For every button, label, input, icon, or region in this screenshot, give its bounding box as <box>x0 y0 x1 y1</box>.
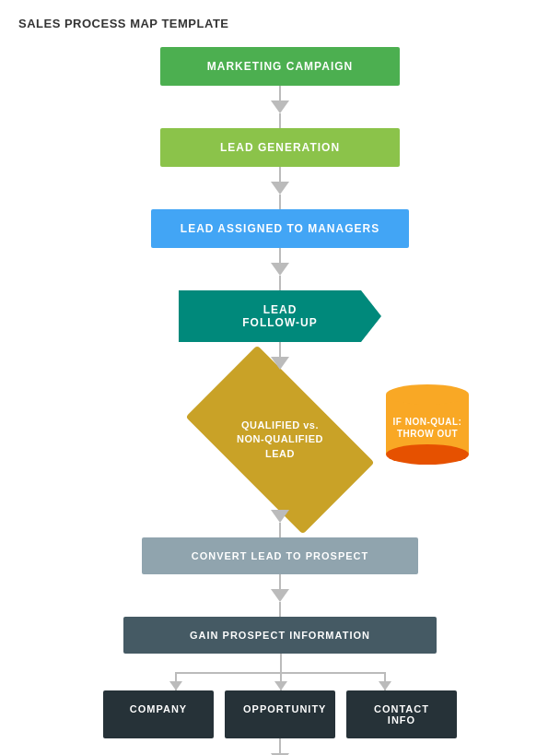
arrow-head-3 <box>271 263 289 276</box>
cylinder-label: IF NON-QUAL:THROW OUT <box>391 415 464 439</box>
split-container: COMPANY OPPORTUNITY CONTACTINFO <box>87 654 473 738</box>
contact-info-label: CONTACTINFO <box>374 703 429 726</box>
lead-generation-label: LEAD GENERATION <box>220 141 340 154</box>
lead-followup-box: LEADFOLLOW-UP <box>179 290 381 342</box>
qualified-section: QUALIFIED vs.NON-QUALIFIEDLEAD IF NON-QU… <box>50 384 510 495</box>
cylinder-wrap: IF NON-QUAL:THROW OUT <box>386 384 469 465</box>
flowchart: MARKETING CAMPAIGN LEAD GENERATION LEAD … <box>9 47 551 755</box>
arrow-line-10 <box>279 523 281 537</box>
company-box: COMPANY <box>103 690 214 738</box>
lead-assigned-box: LEAD ASSIGNED TO MANAGERS <box>151 209 409 248</box>
connector-6 <box>271 574 289 617</box>
arrow-line-13 <box>279 738 281 753</box>
qualified-label: QUALIFIED vs.NON-QUALIFIEDLEAD <box>237 419 323 461</box>
gain-prospect-label: GAIN PROSPECT INFORMATION <box>190 630 370 641</box>
lead-followup-label: LEADFOLLOW-UP <box>242 303 317 329</box>
cylinder: IF NON-QUAL:THROW OUT <box>386 384 469 465</box>
arrow-line-2 <box>279 113 281 128</box>
arrow-line-4 <box>279 195 281 209</box>
marketing-campaign-label: MARKETING CAMPAIGN <box>207 60 353 73</box>
arrow-line-7 <box>279 342 281 357</box>
split-arrowhead-left <box>169 681 182 690</box>
connector-3 <box>271 248 289 290</box>
marketing-campaign-box: MARKETING CAMPAIGN <box>160 47 400 86</box>
split-arrowhead-right <box>379 681 391 690</box>
page-title: SALES PROCESS MAP TEMPLATE <box>18 17 551 30</box>
connector-1 <box>271 86 289 128</box>
opportunity-label: OPPORTUNITY <box>243 703 326 714</box>
split-line-v <box>280 654 282 672</box>
convert-lead-label: CONVERT LEAD TO PROSPECT <box>192 550 368 561</box>
qualified-diamond: QUALIFIED vs.NON-QUALIFIEDLEAD <box>188 384 372 495</box>
split-arrows <box>123 654 437 690</box>
arrow-line-12 <box>279 602 281 617</box>
arrow-head-4 <box>271 357 289 370</box>
contact-info-box: CONTACTINFO <box>346 690 457 738</box>
arrow-head-5 <box>271 510 289 523</box>
connector-2 <box>271 167 289 209</box>
arrow-line-5 <box>279 248 281 263</box>
lead-assigned-label: LEAD ASSIGNED TO MANAGERS <box>181 222 379 235</box>
arrow-head-6 <box>271 589 289 602</box>
arrow-head <box>271 100 289 113</box>
company-label: COMPANY <box>130 703 187 714</box>
cylinder-top <box>386 384 469 405</box>
split-arrowhead-mid <box>274 681 287 690</box>
three-boxes: COMPANY OPPORTUNITY CONTACTINFO <box>103 690 457 738</box>
arrow-line-3 <box>279 167 281 182</box>
arrow-line <box>279 86 281 100</box>
arrow-head-2 <box>271 182 289 195</box>
arrow-line-11 <box>279 574 281 589</box>
convert-lead-box: CONVERT LEAD TO PROSPECT <box>142 537 418 574</box>
lead-generation-box: LEAD GENERATION <box>160 128 400 167</box>
cylinder-bottom <box>386 444 469 465</box>
connector-7 <box>271 738 289 755</box>
opportunity-box: OPPORTUNITY <box>225 690 335 738</box>
arrow-line-6 <box>279 276 281 290</box>
gain-prospect-box: GAIN PROSPECT INFORMATION <box>123 617 437 654</box>
